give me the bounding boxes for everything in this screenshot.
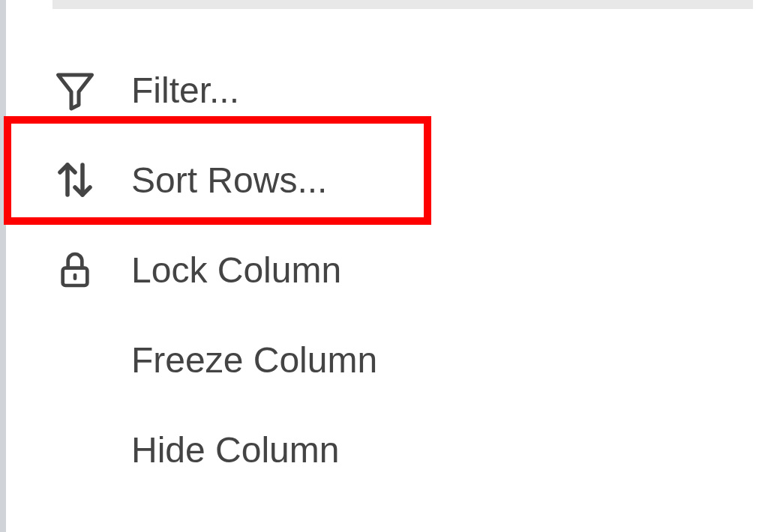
lock-column-label: Lock Column <box>131 250 341 291</box>
sort-icon <box>49 157 101 202</box>
blank-icon <box>49 337 101 382</box>
filter-label: Filter... <box>131 70 239 111</box>
blank-icon <box>49 427 101 472</box>
hide-column-label: Hide Column <box>131 429 339 471</box>
sort-rows-item[interactable]: Sort Rows... <box>11 135 768 225</box>
sort-rows-label: Sort Rows... <box>131 160 327 201</box>
top-bar <box>52 0 753 9</box>
filter-item[interactable]: Filter... <box>11 45 768 135</box>
freeze-column-label: Freeze Column <box>131 339 377 381</box>
left-border <box>0 0 6 532</box>
lock-icon <box>49 247 101 292</box>
context-menu: Filter... Sort Rows... Lock Column Freez… <box>11 45 768 495</box>
filter-icon <box>49 67 101 112</box>
hide-column-item[interactable]: Hide Column <box>11 405 768 495</box>
freeze-column-item[interactable]: Freeze Column <box>11 315 768 405</box>
lock-column-item[interactable]: Lock Column <box>11 225 768 315</box>
